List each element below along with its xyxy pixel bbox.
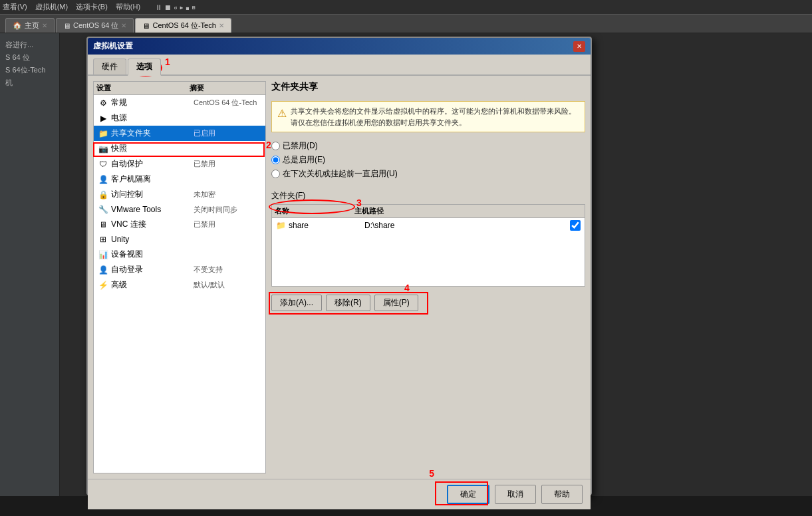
col-path-header: 主机路径 [354,206,582,216]
left-item-3[interactable]: 机 [3,76,57,89]
warning-text: 共享文件夹会将您的文件显示给虚拟机中的程序。这可能为您的计算机和数据带来风险。请… [291,106,579,128]
left-item-1[interactable]: S 64 位 [3,51,57,64]
dialog-tab-options[interactable]: 选项 [128,59,161,76]
settings-item-access-control[interactable]: 🔒 访问控制 未加密 [94,187,265,202]
add-button[interactable]: 添加(A)... [271,295,322,311]
folder-path: D:\share [364,221,567,230]
unity-icon: ⊞ [98,234,108,245]
settings-item-unity[interactable]: ⊞ Unity [94,232,265,247]
ok-button[interactable]: 确定 [447,485,489,504]
radio-always-input[interactable] [271,156,280,164]
cancel-button[interactable]: 取消 [495,485,536,504]
shared-folder-icon: 📁 [98,128,108,139]
tab-centos64-close[interactable]: ✕ [121,22,126,29]
radio-disabled-label: 已禁用(D) [283,140,318,152]
vm-settings-dialog: 虚拟机设置 ✕ 硬件 选项 设置 摘要 ⚙ 常规 CentOS 64 位-Tec… [86,37,592,495]
folders-table: 名称 主机路径 📁 share D:\share [271,204,585,287]
radio-until-shutdown[interactable]: 在下次关机或挂起前一直启用(U) [271,168,585,180]
menu-tabs[interactable]: 选项卡(B) [76,2,108,12]
tab-centos64[interactable]: 🖥 CentOS 64 位 ✕ [56,18,134,33]
radio-always[interactable]: 总是启用(E) [271,154,585,166]
col-name-header: 名称 [275,206,354,216]
settings-item-vmware-tools[interactable]: 🔧 VMware Tools 关闭时间同步 [94,202,265,217]
menu-bar: 查看(V) 虚拟机(M) 选项卡(B) 帮助(H) ⏸ ⏹ ↺ ▶ ◼ ⊞ [0,0,812,15]
autologin-icon: 👤 [98,265,108,275]
menu-help[interactable]: 帮助(H) [116,2,140,12]
warning-icon: ⚠ [277,106,287,128]
settings-item-device-view[interactable]: 📊 设备视图 [94,247,265,262]
settings-item-snapshot[interactable]: 📷 快照 [94,141,265,156]
settings-item-autologin[interactable]: 👤 自动登录 不受支持 [94,262,265,277]
warning-box: ⚠ 共享文件夹会将您的文件显示给虚拟机中的程序。这可能为您的计算机和数据带来风险… [271,101,585,132]
folder-enabled-checkbox[interactable] [570,220,581,231]
radio-disabled[interactable]: 已禁用(D) [271,140,585,152]
radio-always-label: 总是启用(E) [283,154,325,166]
tab-home-close[interactable]: ✕ [42,22,47,29]
dialog-tab-hardware[interactable]: 硬件 [93,59,126,74]
settings-item-general[interactable]: ⚙ 常规 CentOS 64 位-Tech [94,95,265,110]
settings-item-power[interactable]: ▶ 电源 [94,110,265,126]
menu-view[interactable]: 查看(V) [3,2,27,12]
properties-button[interactable]: 属性(P) [374,295,418,311]
tab-centos64-tech[interactable]: 🖥 CentOS 64 位-Tech ✕ [135,18,231,33]
home-icon: 🏠 [13,21,22,30]
advanced-icon: ⚡ [98,280,108,291]
tab-home[interactable]: 🏠 主页 ✕ [5,18,55,33]
vmwaretools-icon: 🔧 [98,204,108,215]
dialog-title: 虚拟机设置 [93,41,133,52]
help-button[interactable]: 帮助 [541,485,583,504]
general-icon: ⚙ [98,98,108,108]
menu-vm[interactable]: 虚拟机(M) [35,2,68,12]
dialog-tab-strip: 硬件 选项 [88,55,591,76]
radio-until-shutdown-input[interactable] [271,170,280,178]
remove-button[interactable]: 移除(R) [326,295,370,311]
settings-item-vnc[interactable]: 🖥 VNC 连接 已禁用 [94,217,265,232]
dialog-body: 设置 摘要 ⚙ 常规 CentOS 64 位-Tech ▶ 电源 📁 共享文件夹… [88,76,591,479]
power-icon: ▶ [98,113,108,124]
folder-row-share[interactable]: 📁 share D:\share [272,218,585,233]
deviceview-icon: 📊 [98,249,108,260]
snapshot-icon: 📷 [98,144,108,154]
left-item-2[interactable]: S 64位-Tech [3,64,57,76]
folders-title: 文件夹(F) [271,190,585,201]
enable-radio-group: 已禁用(D) 总是启用(E) 在下次关机或挂起前一直启用(U) [271,140,585,180]
vm-icon-1: 🖥 [63,22,70,30]
dialog-footer: 5 确定 取消 帮助 [88,479,591,509]
folders-empty-area [272,233,585,286]
panel-title: 文件夹共享 [271,81,585,93]
autoprotect-icon: 🛡 [98,159,108,170]
folder-name: share [289,221,362,230]
tab-bar: 🏠 主页 ✕ 🖥 CentOS 64 位 ✕ 🖥 CentOS 64 位-Tec… [0,15,812,33]
settings-list: 设置 摘要 ⚙ 常规 CentOS 64 位-Tech ▶ 电源 📁 共享文件夹… [93,81,266,473]
vm-icon-2: 🖥 [142,22,150,30]
settings-list-header: 设置 摘要 [94,82,265,95]
settings-item-shared-folders[interactable]: 📁 共享文件夹 已启用 [94,126,265,141]
tab-centos64-tech-close[interactable]: ✕ [219,22,224,29]
left-panel: 容进行... S 64 位 S 64位-Tech 机 [0,33,60,496]
action-buttons: 添加(A)... 移除(R) 属性(P) 4 [271,295,585,311]
dialog-titlebar: 虚拟机设置 ✕ [88,38,591,55]
vnc-icon: 🖥 [98,219,108,230]
dialog-close-button[interactable]: ✕ [573,41,585,52]
settings-item-guest-isolation[interactable]: 👤 客户机隔离 [94,172,265,187]
settings-item-autoprotect[interactable]: 🛡 自动保护 已禁用 [94,156,265,172]
guest-icon: 👤 [98,174,108,185]
access-icon: 🔒 [98,190,108,200]
main-area: 容进行... S 64 位 S 64位-Tech 机 虚拟机设置 ✕ 硬件 选项 [0,33,812,496]
right-panel: 文件夹共享 ⚠ 共享文件夹会将您的文件显示给虚拟机中的程序。这可能为您的计算机和… [271,81,585,473]
folder-row-icon: 📁 [276,221,286,230]
folders-header: 名称 主机路径 [272,205,585,218]
settings-item-advanced[interactable]: ⚡ 高级 默认/默认 [94,277,265,293]
radio-disabled-input[interactable] [271,142,280,150]
radio-until-shutdown-label: 在下次关机或挂起前一直启用(U) [283,168,398,180]
